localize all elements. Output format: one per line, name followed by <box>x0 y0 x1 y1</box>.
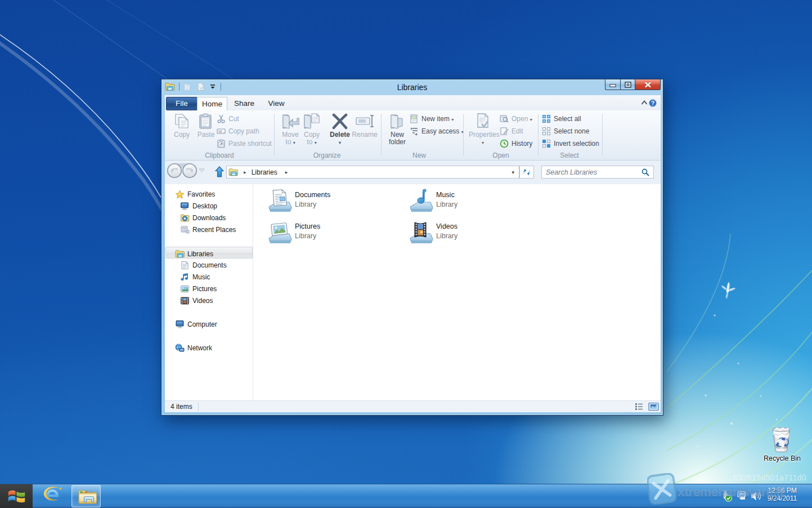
svg-text:W...: W... <box>218 130 225 133</box>
svg-text:?: ? <box>651 100 654 106</box>
